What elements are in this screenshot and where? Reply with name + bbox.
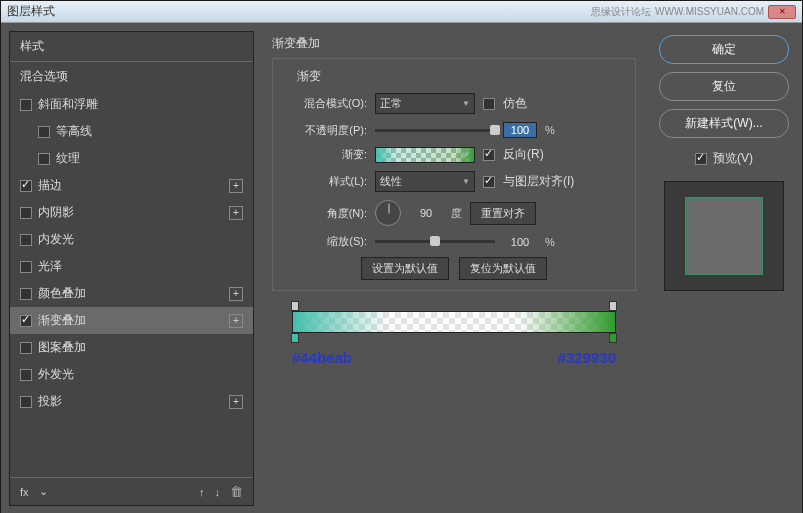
arrow-up-icon[interactable]: ↑ [199, 486, 205, 498]
style-label: 内阴影 [38, 204, 74, 221]
style-label: 外发光 [38, 366, 74, 383]
style-item-10[interactable]: 外发光 [10, 361, 253, 388]
color-right-label: #329930 [558, 349, 616, 366]
reset-align-button[interactable]: 重置对齐 [470, 202, 536, 225]
opacity-stop-right[interactable] [609, 301, 617, 311]
gradient-overlay-panel: 渐变叠加 渐变 混合模式(O): 正常▼ 仿色 不透明度(P): 100 % 渐… [262, 31, 646, 506]
arrow-down-icon[interactable]: ↓ [215, 486, 221, 498]
cancel-button[interactable]: 复位 [659, 72, 789, 101]
window-title: 图层样式 [7, 3, 591, 20]
style-checkbox[interactable] [38, 126, 50, 138]
angle-label: 角度(N): [287, 206, 367, 221]
style-checkbox[interactable] [20, 369, 32, 381]
style-item-9[interactable]: 图案叠加 [10, 334, 253, 361]
style-item-2[interactable]: 纹理 [10, 145, 253, 172]
watermark-text: 思缘设计论坛 [591, 5, 651, 19]
style-checkbox[interactable] [20, 288, 32, 300]
style-label: 渐变叠加 [38, 312, 86, 329]
style-item-11[interactable]: 投影+ [10, 388, 253, 415]
style-label: 样式(L): [287, 174, 367, 189]
angle-dial[interactable] [375, 200, 401, 226]
layer-style-dialog: 图层样式 思缘设计论坛 WWW.MISSYUAN.COM ✕ 样式 混合选项 斜… [0, 0, 803, 513]
style-checkbox[interactable] [20, 261, 32, 273]
style-item-3[interactable]: 描边+ [10, 172, 253, 199]
panel-title: 渐变叠加 [272, 35, 636, 52]
style-item-0[interactable]: 斜面和浮雕 [10, 91, 253, 118]
chevron-down-icon: ▼ [462, 99, 470, 108]
preview-label: 预览(V) [713, 150, 753, 167]
plus-icon[interactable]: + [229, 314, 243, 328]
style-checkbox[interactable] [20, 180, 32, 192]
color-stop-right[interactable] [609, 333, 617, 343]
style-item-8[interactable]: 渐变叠加+ [10, 307, 253, 334]
plus-icon[interactable]: + [229, 179, 243, 193]
gradient-label: 渐变: [287, 147, 367, 162]
opacity-label: 不透明度(P): [287, 123, 367, 138]
scale-slider[interactable] [375, 240, 495, 243]
dialog-content: 样式 混合选项 斜面和浮雕等高线纹理描边+内阴影+内发光光泽颜色叠加+渐变叠加+… [1, 23, 802, 513]
opacity-unit: % [545, 124, 555, 136]
style-label: 内发光 [38, 231, 74, 248]
style-item-4[interactable]: 内阴影+ [10, 199, 253, 226]
gradient-picker[interactable]: ▼ [375, 147, 475, 163]
styles-header[interactable]: 样式 [10, 32, 253, 61]
plus-icon[interactable]: + [229, 287, 243, 301]
opacity-slider[interactable] [375, 129, 495, 132]
color-left-label: #44beab [292, 349, 352, 366]
style-item-1[interactable]: 等高线 [10, 118, 253, 145]
style-label: 纹理 [56, 150, 80, 167]
titlebar: 图层样式 思缘设计论坛 WWW.MISSYUAN.COM ✕ [1, 1, 802, 23]
ok-button[interactable]: 确定 [659, 35, 789, 64]
close-icon[interactable]: ✕ [768, 5, 796, 19]
scale-unit: % [545, 236, 555, 248]
color-stop-left[interactable] [291, 333, 299, 343]
scale-input[interactable]: 100 [503, 236, 537, 248]
style-checkbox[interactable] [20, 396, 32, 408]
style-checkbox[interactable] [20, 234, 32, 246]
style-item-7[interactable]: 颜色叠加+ [10, 280, 253, 307]
style-checkbox[interactable] [38, 153, 50, 165]
reverse-checkbox[interactable] [483, 149, 495, 161]
preview-checkbox[interactable] [695, 153, 707, 165]
gradient-fieldset: 渐变 混合模式(O): 正常▼ 仿色 不透明度(P): 100 % 渐变: ▼ [272, 58, 636, 291]
style-checkbox[interactable] [20, 342, 32, 354]
style-label: 投影 [38, 393, 62, 410]
fx-label[interactable]: fx [20, 486, 29, 498]
dither-checkbox[interactable] [483, 98, 495, 110]
style-label: 等高线 [56, 123, 92, 140]
style-label: 颜色叠加 [38, 285, 86, 302]
plus-icon[interactable]: + [229, 395, 243, 409]
style-label: 光泽 [38, 258, 62, 275]
set-default-button[interactable]: 设置为默认值 [361, 257, 449, 280]
action-panel: 确定 复位 新建样式(W)... 预览(V) [654, 31, 794, 506]
style-checkbox[interactable] [20, 207, 32, 219]
preview-box [664, 181, 784, 291]
styles-footer: fx ⌄ ↑ ↓ 🗑 [10, 477, 253, 505]
plus-icon[interactable]: + [229, 206, 243, 220]
style-item-6[interactable]: 光泽 [10, 253, 253, 280]
align-checkbox[interactable] [483, 176, 495, 188]
blend-options-header[interactable]: 混合选项 [10, 62, 253, 91]
style-item-5[interactable]: 内发光 [10, 226, 253, 253]
opacity-input[interactable]: 100 [503, 122, 537, 138]
opacity-stop-left[interactable] [291, 301, 299, 311]
blend-mode-label: 混合模式(O): [287, 96, 367, 111]
angle-input[interactable]: 90 [409, 207, 443, 219]
style-checkbox[interactable] [20, 315, 32, 327]
style-checkbox[interactable] [20, 99, 32, 111]
styles-panel: 样式 混合选项 斜面和浮雕等高线纹理描边+内阴影+内发光光泽颜色叠加+渐变叠加+… [9, 31, 254, 506]
angle-unit: 度 [451, 206, 462, 221]
style-select[interactable]: 线性▼ [375, 171, 475, 192]
gradient-editor: #44beab #329930 [292, 311, 616, 366]
fx-chevron-icon[interactable]: ⌄ [39, 485, 48, 498]
style-list: 斜面和浮雕等高线纹理描边+内阴影+内发光光泽颜色叠加+渐变叠加+图案叠加外发光投… [10, 91, 253, 477]
gradient-bar[interactable] [292, 311, 616, 333]
watermark-url: WWW.MISSYUAN.COM [655, 6, 764, 17]
trash-icon[interactable]: 🗑 [230, 484, 243, 499]
chevron-down-icon: ▼ [462, 177, 470, 186]
fieldset-legend: 渐变 [293, 68, 325, 85]
reset-default-button[interactable]: 复位为默认值 [459, 257, 547, 280]
new-style-button[interactable]: 新建样式(W)... [659, 109, 789, 138]
reverse-label: 反向(R) [503, 146, 544, 163]
blend-mode-select[interactable]: 正常▼ [375, 93, 475, 114]
